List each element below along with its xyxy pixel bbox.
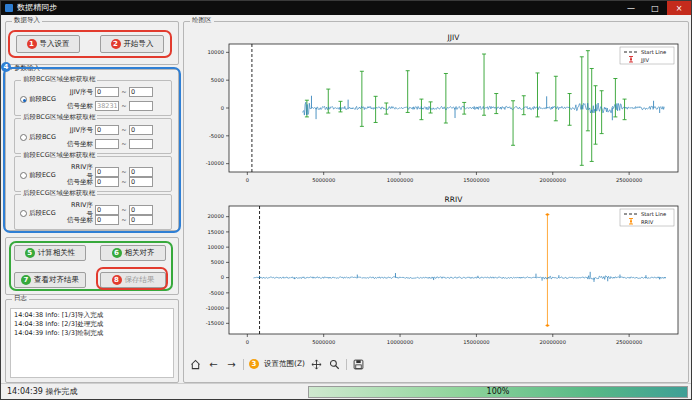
rriv-index-from-input[interactable] xyxy=(95,167,119,177)
close-button-icon[interactable]: × xyxy=(667,1,691,15)
svg-text:0: 0 xyxy=(246,177,249,183)
home-icon[interactable] xyxy=(189,358,202,371)
pan-icon[interactable] xyxy=(310,358,323,371)
start-import-label: 开始导入 xyxy=(124,39,154,49)
section-front-bcg: 前段BCG区域坐标获取框 前段BCG JJIV序号 ~ 信号坐标 ~ xyxy=(14,80,172,116)
radio-icon[interactable] xyxy=(20,96,27,103)
log-line: 14:04:38 Info: [1/3]导入完成 xyxy=(14,311,170,320)
front-bcg-radio[interactable]: 前段BCG xyxy=(20,95,56,104)
radio-icon[interactable] xyxy=(20,210,27,217)
svg-text:-5000: -5000 xyxy=(209,133,224,139)
svg-text:5000: 5000 xyxy=(211,77,224,83)
toolbar-divider xyxy=(346,359,347,370)
import-group: 数据导入 1 导入设置 2 开始导入 xyxy=(5,21,179,65)
rriv-chart[interactable]: RRIV050000001000000015000000200000002500… xyxy=(189,193,685,351)
svg-text:10000: 10000 xyxy=(207,49,224,55)
svg-text:JJIV: JJIV xyxy=(640,57,650,64)
set-range-button[interactable]: 设置范围(Z) xyxy=(264,359,305,369)
import-settings-label: 导入设置 xyxy=(40,39,70,49)
zoom-icon[interactable] xyxy=(328,358,341,371)
correlation-align-button[interactable]: 6 相关对齐 xyxy=(100,245,166,261)
badge-6: 6 xyxy=(112,248,122,258)
progress-bar: 100% xyxy=(308,386,688,398)
badge-3: 3 xyxy=(249,359,259,369)
tilde-separator: ~ xyxy=(121,102,127,110)
status-bar: 14:04:39 操作完成 100% xyxy=(1,383,691,399)
section-rear-bcg: 后段BCG区域坐标获取框 后段BCG JJIV序号 ~ 信号坐标 ~ xyxy=(14,118,172,154)
app-window: 数据精同步 — □ × 数据导入 1 导入设置 2 开始导入 参数输入 前段BC… xyxy=(0,0,692,400)
rear-ecg-radio-label: 后段ECG xyxy=(29,209,56,218)
svg-text:5000: 5000 xyxy=(211,259,224,265)
svg-text:-15000: -15000 xyxy=(206,320,224,326)
param-row: JJIV序号 ~ xyxy=(65,87,153,97)
svg-text:-10000: -10000 xyxy=(206,305,224,311)
svg-text:15000000: 15000000 xyxy=(463,177,489,183)
jjiv-index-to-input[interactable] xyxy=(129,125,153,135)
row-label: 信号坐标 xyxy=(65,102,93,111)
signal-coord-from-input[interactable] xyxy=(95,215,119,225)
svg-text:20000000: 20000000 xyxy=(540,177,566,183)
radio-icon[interactable] xyxy=(20,134,27,141)
save-icon[interactable] xyxy=(352,358,365,371)
view-align-result-button[interactable]: 7 查看对齐结果 xyxy=(14,272,86,288)
svg-text:Start Line: Start Line xyxy=(641,49,666,55)
svg-text:0: 0 xyxy=(246,339,249,345)
radio-icon[interactable] xyxy=(20,172,27,179)
signal-coord-to-input[interactable] xyxy=(129,177,153,187)
forward-icon[interactable]: → xyxy=(225,358,238,371)
minimize-button-icon[interactable]: — xyxy=(619,1,643,15)
front-bcg-radio-label: 前段BCG xyxy=(29,95,56,104)
svg-text:RRIV: RRIV xyxy=(641,219,654,225)
tilde-separator: ~ xyxy=(121,88,127,96)
svg-text:10000000: 10000000 xyxy=(387,339,413,345)
window-title: 数据精同步 xyxy=(17,1,57,15)
svg-text:Start Line: Start Line xyxy=(641,211,666,217)
svg-text:-5000: -5000 xyxy=(209,290,224,296)
front-ecg-radio[interactable]: 前段ECG xyxy=(20,171,56,180)
signal-coord-to-input[interactable] xyxy=(129,101,153,111)
signal-coord-to-input[interactable] xyxy=(129,215,153,225)
maximize-button-icon[interactable]: □ xyxy=(643,1,667,15)
badge-4: 4 xyxy=(1,62,11,72)
tilde-separator: ~ xyxy=(121,206,127,214)
rear-ecg-radio[interactable]: 后段ECG xyxy=(20,209,56,218)
param-row: JJIV序号 ~ xyxy=(65,125,153,135)
log-group-label: 日志 xyxy=(12,295,29,302)
correlation-align-label: 相关对齐 xyxy=(125,248,155,258)
rear-bcg-radio-label: 后段BCG xyxy=(29,133,56,142)
svg-text:20000: 20000 xyxy=(207,213,224,219)
signal-coord-to-input[interactable] xyxy=(129,139,153,149)
svg-text:10000: 10000 xyxy=(207,244,224,250)
log-output[interactable]: 14:04:38 Info: [1/3]导入完成 14:04:38 Info: … xyxy=(10,308,174,378)
row-label: 信号坐标 xyxy=(65,140,93,149)
svg-text:25000000: 25000000 xyxy=(616,339,642,345)
jjiv-chart[interactable]: JJIV050000001000000015000000200000002500… xyxy=(189,31,685,189)
param-row: 信号坐标 ~ xyxy=(65,139,153,149)
rriv-index-from-input[interactable] xyxy=(95,205,119,215)
param-row: 信号坐标 ~ xyxy=(65,101,153,111)
signal-coord-from-input[interactable] xyxy=(95,101,119,111)
signal-coord-from-input[interactable] xyxy=(95,177,119,187)
back-icon[interactable]: ← xyxy=(207,358,220,371)
section-rear-bcg-title: 后段BCG区域坐标获取框 xyxy=(21,114,97,121)
signal-coord-from-input[interactable] xyxy=(95,139,119,149)
calc-correlation-button[interactable]: 5 计算相关性 xyxy=(14,245,86,261)
jjiv-index-from-input[interactable] xyxy=(95,125,119,135)
jjiv-index-to-input[interactable] xyxy=(129,87,153,97)
rriv-index-to-input[interactable] xyxy=(129,167,153,177)
view-align-result-label: 查看对齐结果 xyxy=(34,275,79,285)
params-group: 参数输入 前段BCG区域坐标获取框 前段BCG JJIV序号 ~ 信号坐标 ~ … xyxy=(5,69,179,231)
rear-bcg-radio[interactable]: 后段BCG xyxy=(20,133,56,142)
save-result-button[interactable]: 8 保存结果 xyxy=(100,272,166,288)
svg-text:5000000: 5000000 xyxy=(312,177,335,183)
section-rear-ecg: 后段ECG区域坐标获取框 后段ECG RRIV序号 ~ 信号坐标 ~ xyxy=(14,194,172,230)
save-result-label: 保存结果 xyxy=(125,275,155,285)
jjiv-index-from-input[interactable] xyxy=(95,87,119,97)
rriv-index-to-input[interactable] xyxy=(129,205,153,215)
svg-text:10000000: 10000000 xyxy=(387,177,413,183)
start-import-button[interactable]: 2 开始导入 xyxy=(100,35,164,53)
svg-text:15000: 15000 xyxy=(207,229,224,235)
param-row: 信号坐标 ~ xyxy=(65,177,153,187)
params-group-label: 参数输入 xyxy=(12,65,42,72)
import-settings-button[interactable]: 1 导入设置 xyxy=(16,35,80,53)
